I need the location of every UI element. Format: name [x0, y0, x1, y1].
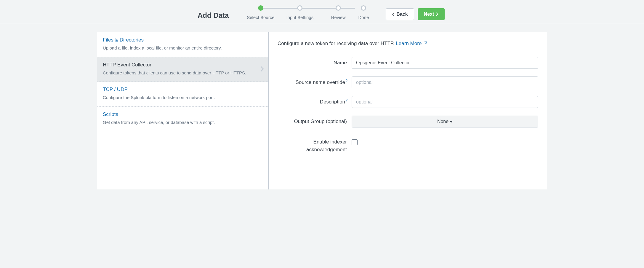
sidebar-item-title: Scripts: [103, 111, 262, 117]
step-circle-review: [336, 5, 341, 11]
description-label-text: Description: [320, 99, 345, 105]
main-form: Configure a new token for receiving data…: [269, 32, 547, 189]
output-group-value: None: [437, 119, 448, 124]
sidebar-item-files-directories[interactable]: Files & Directories Upload a file, index…: [97, 32, 268, 57]
step-circle-input-settings: [297, 5, 302, 11]
step-label: Done: [358, 15, 369, 20]
sidebar-item-desc: Configure tokens that clients can use to…: [103, 70, 262, 76]
step-label: Review: [331, 15, 346, 20]
source-name-override-label: Source name override?: [278, 79, 352, 85]
output-group-label: Output Group (optional): [278, 119, 352, 125]
output-group-select[interactable]: None: [352, 116, 538, 127]
name-label: Name: [278, 60, 352, 66]
step-label: Select Source: [247, 15, 274, 20]
sidebar-item-title: Files & Directories: [103, 37, 262, 43]
chevron-left-icon: [392, 12, 395, 16]
step-circle-done: [361, 5, 366, 11]
stepper: Select Source Input Settings Review Done: [243, 5, 374, 20]
content-panel: Files & Directories Upload a file, index…: [97, 32, 547, 189]
next-button[interactable]: Next: [418, 8, 445, 20]
learn-more-link[interactable]: Learn More: [396, 41, 427, 46]
source-name-override-input[interactable]: [352, 76, 538, 88]
enable-indexer-ack-label: Enable indexer acknowledgement: [278, 138, 352, 154]
step-label: Input Settings: [286, 15, 313, 20]
external-link-icon: [423, 41, 427, 47]
help-icon[interactable]: ?: [346, 98, 347, 102]
sidebar-item-title: HTTP Event Collector: [103, 62, 262, 68]
sidebar-item-http-event-collector[interactable]: HTTP Event Collector Configure tokens th…: [97, 57, 268, 82]
sidebar-item-title: TCP / UDP: [103, 87, 262, 92]
sidebar-item-desc: Configure the Splunk platform to listen …: [103, 94, 262, 101]
caret-down-icon: [450, 121, 453, 123]
enable-indexer-ack-checkbox[interactable]: [352, 139, 358, 145]
sidebar-item-tcp-udp[interactable]: TCP / UDP Configure the Splunk platform …: [97, 82, 268, 107]
next-button-label: Next: [424, 12, 434, 17]
help-icon[interactable]: ?: [346, 79, 347, 82]
header-bar: Add Data Select Source Input Settings Re…: [0, 0, 644, 24]
back-button[interactable]: Back: [386, 8, 414, 20]
description-label: Description?: [278, 99, 352, 105]
step-circle-select-source: [258, 5, 263, 11]
source-name-override-label-text: Source name override: [296, 79, 345, 85]
sidebar-item-desc: Upload a file, index a local file, or mo…: [103, 45, 262, 52]
chevron-right-icon: [260, 66, 264, 73]
page-title: Add Data: [198, 11, 229, 20]
description-input[interactable]: [352, 96, 538, 108]
intro-text: Configure a new token for receiving data…: [278, 41, 538, 47]
sidebar-item-scripts[interactable]: Scripts Get data from any API, service, …: [97, 107, 268, 132]
sidebar-item-desc: Get data from any API, service, or datab…: [103, 119, 262, 126]
name-input[interactable]: [352, 57, 538, 69]
learn-more-label: Learn More: [396, 41, 422, 46]
sidebar: Files & Directories Upload a file, index…: [97, 32, 269, 189]
chevron-right-icon: [436, 12, 438, 16]
intro-text-content: Configure a new token for receiving data…: [278, 41, 396, 46]
back-button-label: Back: [396, 12, 408, 17]
